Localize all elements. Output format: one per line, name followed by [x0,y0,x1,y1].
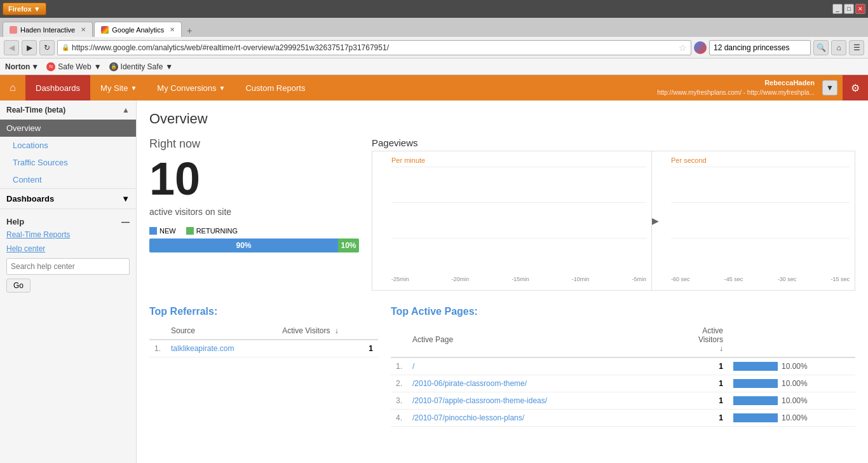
tab-favicon-ga [101,26,109,34]
safe-web-button[interactable]: N Safe Web ▼ [46,62,101,71]
table-row: 2. /2010-06/pirate-classroom-theme/ 1 10… [391,375,855,392]
referrals-col-visitors[interactable]: Active Visitors ↓ [277,322,378,340]
time-label-5min: -5min [632,276,646,282]
help-center-link[interactable]: Help center [6,244,130,253]
norton-dropdown[interactable]: Norton ▼ [5,62,39,71]
nav-tab-custom-reports[interactable]: Custom Reports [235,75,315,100]
sidebar-item-content[interactable]: Content [0,171,136,188]
nav-tab-dashboards[interactable]: Dashboards [25,75,90,100]
sidebar-dashboards-section[interactable]: Dashboards ▼ [0,189,136,209]
active-page-bar-cell: 10.00% [728,392,855,410]
sidebar-collapse-icon[interactable]: ▲ [122,106,130,114]
identity-safe-label: Identity Safe [121,62,163,71]
help-search-input[interactable] [6,258,130,275]
per-minute-label: Per minute [391,156,646,164]
lock-icon: 🔒 [62,44,69,51]
active-pages-section: Top Active Pages: Active Page Active Vis… [391,306,855,427]
sidebar-item-traffic-sources[interactable]: Traffic Sources [0,154,136,171]
nav-tab-dashboards-label: Dashboards [36,83,80,93]
bar-cell: 10.00% [733,379,850,388]
sidebar-traffic-sources-label: Traffic Sources [13,158,68,167]
referrals-col-source[interactable]: Source [166,322,277,340]
ga-user-name: RebeccaHaden [657,78,815,88]
ga-user-url: http://www.myfreshplans.com/ - http://ww… [657,88,815,97]
search-submit-button[interactable]: 🔍 [813,40,829,55]
forward-button[interactable]: ▶ [22,40,37,55]
pageviews-section: Pageviews Per minute 15 10 5 [372,137,855,291]
bar-cell: 10.00% [733,362,850,371]
dashboards-arrow-icon: ▼ [121,194,130,204]
url-bar[interactable]: 🔒 https://www.google.com/analytics/web/#… [57,40,691,55]
ga-account-dropdown[interactable]: ▼ [822,80,837,95]
active-pages-title: Top Active Pages: [391,306,855,317]
title-bar: Firefox ▼ _ □ ✕ [0,0,868,18]
new-tab-button[interactable]: + [183,24,196,37]
browser-search-input[interactable] [709,40,811,55]
tabs-bar: Haden Interactive ✕ Google Analytics ✕ + [0,18,868,37]
returning-legend-item: RETURNING [186,227,238,235]
maximize-button[interactable]: □ [844,4,854,14]
my-conversions-arrow-icon: ▼ [219,85,226,92]
active-page-link[interactable]: /2010-07/apple-classroom-theme-ideas/ [407,392,690,410]
per-minute-chart: Per minute 15 10 5 [372,151,652,291]
time-label-15min: -15min [512,276,529,282]
referral-source-link[interactable]: talklikeapirate.com [166,340,277,357]
pct-text: 10.00% [782,379,808,388]
nav-tab-my-site[interactable]: My Site ▼ [90,75,147,100]
home-button[interactable]: ⌂ [831,40,846,55]
sidebar-realtime-section: Real-Time (beta) ▲ Overview Locations Tr… [0,100,136,189]
help-collapse-icon[interactable]: — [121,217,130,226]
new-color-swatch [149,227,157,235]
referrals-col-num [149,322,166,340]
active-page-link[interactable]: / [407,357,690,375]
close-button[interactable]: ✕ [855,4,865,14]
nav-tab-my-conversions[interactable]: My Conversions ▼ [147,75,235,100]
right-now-label: Right now [149,137,359,151]
per-second-chart-area: 1.5 1 0.5 [671,167,850,275]
tab-close-ga[interactable]: ✕ [170,26,175,33]
tab-haden-interactive[interactable]: Haden Interactive ✕ [3,22,93,37]
referrals-table: Source Active Visitors ↓ 1. talklikeapir… [149,322,378,357]
per-second-chart: Per second 1.5 1 0.5 [652,151,855,291]
tab-close-haden[interactable]: ✕ [81,26,86,33]
sidebar-realtime-label: Real-Time (beta) [6,106,65,114]
help-go-button[interactable]: Go [6,279,31,293]
visitor-count: 10 [149,156,359,202]
table-row: 1. talklikeapirate.com 1 [149,340,378,357]
inline-bar [733,379,778,388]
back-button[interactable]: ◀ [4,40,19,55]
main-content: Overview Right now 10 active visitors on… [137,100,868,463]
firefox-button[interactable]: Firefox ▼ [3,3,46,15]
pages-col-page[interactable]: Active Page [407,322,690,357]
per-second-time-labels: -60 sec -45 sec -30 sec -15 sec [671,275,850,284]
real-time-reports-link[interactable]: Real-Time Reports [6,230,130,239]
tab-google-analytics[interactable]: Google Analytics ✕ [94,22,182,37]
active-page-link[interactable]: /2010-06/pirate-classroom-theme/ [407,375,690,392]
row-num: 1. [149,340,166,357]
identity-safe-button[interactable]: 🔒 Identity Safe ▼ [109,62,173,71]
active-page-bar-cell: 10.00% [728,357,855,375]
sidebar-item-overview[interactable]: Overview [0,120,136,137]
bookmark-button[interactable]: ☰ [849,40,864,55]
ga-home-button[interactable]: ⌂ [0,75,25,100]
refresh-button[interactable]: ↻ [39,40,55,55]
minimize-button[interactable]: _ [832,4,843,14]
pct-text: 10.00% [782,362,808,371]
window-controls: _ □ ✕ [832,4,865,14]
active-page-link[interactable]: /2010-07/pinocchio-lesson-plans/ [407,410,690,427]
sidebar-item-locations[interactable]: Locations [0,137,136,154]
bottom-section: Top Referrals: Source Active Visitors ↓ [149,306,855,427]
help-title: Help — [6,217,130,226]
ga-user-info: RebeccaHaden http://www.myfreshplans.com… [657,78,817,97]
sidebar-realtime-header[interactable]: Real-Time (beta) ▲ [0,100,136,120]
sidebar-content-label: Content [13,175,42,184]
nav-tab-my-site-label: My Site [100,83,128,93]
ga-settings-button[interactable]: ⚙ [843,75,868,100]
pageviews-title: Pageviews [372,137,855,148]
help-label: Help [6,217,24,226]
time-label-15sec: -15 sec [831,276,850,282]
sidebar: Real-Time (beta) ▲ Overview Locations Tr… [0,100,137,463]
ga-nav-right: RebeccaHaden http://www.myfreshplans.com… [657,75,868,100]
pages-col-visitors[interactable]: Active Visitors ↓ [690,322,728,357]
bookmark-star-icon[interactable]: ☆ [679,43,687,53]
